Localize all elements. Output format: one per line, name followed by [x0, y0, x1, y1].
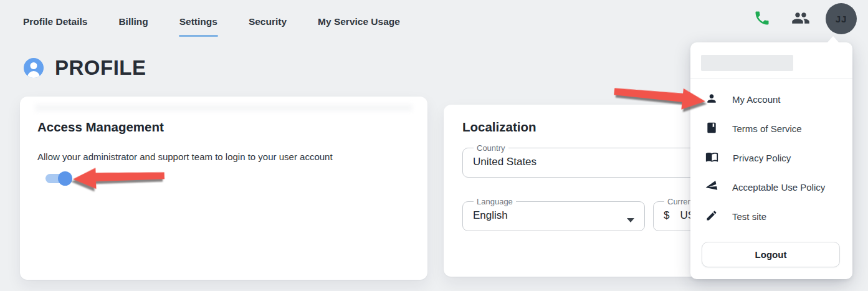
page-title: PROFILE: [55, 56, 146, 80]
menu-item-label: Terms of Service: [732, 123, 802, 134]
admin-login-toggle[interactable]: [45, 171, 70, 186]
redacted-blur-strip: [35, 104, 413, 112]
book-bookmark-icon: [705, 122, 718, 136]
language-select[interactable]: Language English: [462, 197, 645, 231]
account-menu-list: My Account Terms of Service Privacy Poli…: [690, 85, 852, 231]
language-label: Language: [474, 197, 516, 206]
menu-item-label: Test site: [732, 211, 766, 222]
toggle-knob: [58, 171, 72, 186]
send-icon: [704, 179, 720, 196]
menu-item-my-account[interactable]: My Account: [690, 85, 852, 114]
tab-billing[interactable]: Billing: [118, 16, 148, 27]
pencil-icon: [705, 209, 718, 224]
menu-divider: [690, 78, 852, 79]
menu-item-acceptable-use-policy[interactable]: Acceptable Use Policy: [690, 173, 852, 202]
currency-symbol: $: [664, 209, 669, 222]
redacted-username: [701, 55, 793, 71]
menu-item-label: My Account: [732, 94, 781, 105]
menu-item-test-site[interactable]: Test site: [690, 202, 852, 231]
contacts-button[interactable]: [787, 5, 814, 32]
access-management-description: Allow your administrator and support tea…: [37, 151, 333, 162]
menu-item-label: Privacy Policy: [733, 153, 791, 163]
tab-profile-details[interactable]: Profile Details: [23, 16, 87, 27]
phone-button[interactable]: [748, 5, 776, 32]
tab-security[interactable]: Security: [249, 16, 287, 27]
header-actions: JJ: [748, 3, 857, 34]
access-management-card: Access Management Allow your administrat…: [20, 97, 427, 280]
profile-person-icon: [24, 58, 44, 78]
user-avatar[interactable]: JJ: [826, 3, 857, 34]
person-icon: [705, 92, 718, 107]
language-value: English: [472, 206, 636, 231]
menu-item-terms-of-service[interactable]: Terms of Service: [690, 114, 852, 143]
tab-settings[interactable]: Settings: [179, 16, 217, 27]
menu-item-label: Acceptable Use Policy: [732, 182, 825, 193]
country-label: Country: [474, 143, 508, 153]
chevron-down-icon: [627, 218, 634, 222]
localization-title: Localization: [462, 120, 536, 135]
people-icon: [791, 9, 810, 29]
account-dropdown-menu: My Account Terms of Service Privacy Poli…: [690, 42, 852, 279]
tab-my-service-usage[interactable]: My Service Usage: [318, 16, 400, 27]
phone-icon: [753, 9, 771, 29]
logout-button[interactable]: Logout: [702, 242, 840, 267]
page-header: PROFILE: [24, 56, 146, 80]
profile-nav-tabs: Profile Details Billing Settings Securit…: [23, 16, 400, 27]
menu-item-privacy-policy[interactable]: Privacy Policy: [690, 143, 852, 173]
open-book-icon: [705, 150, 718, 166]
access-management-title: Access Management: [37, 120, 164, 135]
